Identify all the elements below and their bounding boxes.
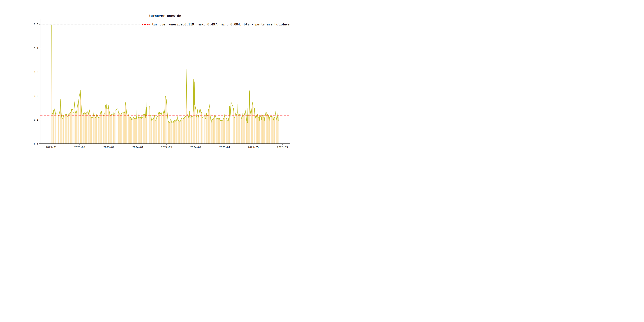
legend: turnover_oneside:0.119, max: 0.497, min:…	[140, 21, 290, 28]
legend-dashed-line-icon	[142, 24, 150, 25]
bar	[201, 114, 201, 144]
bar	[70, 114, 70, 144]
bar	[133, 119, 133, 144]
bar	[271, 116, 272, 144]
bar	[94, 116, 95, 144]
bar	[265, 118, 265, 144]
bar	[95, 116, 95, 144]
bar	[253, 106, 253, 144]
y-tick-label: 0.5	[34, 23, 38, 26]
bar	[198, 114, 198, 144]
holiday-aware-bars	[52, 25, 278, 144]
bar	[276, 118, 276, 144]
bar	[276, 119, 277, 144]
bar	[175, 122, 175, 144]
bar	[68, 116, 68, 144]
bar	[241, 118, 242, 144]
bar	[162, 112, 162, 144]
bar	[243, 116, 243, 144]
bar	[196, 114, 196, 144]
bar	[214, 119, 214, 144]
bar	[162, 116, 163, 144]
bar	[144, 114, 144, 144]
bar	[176, 120, 177, 144]
bar	[221, 121, 222, 144]
bar	[109, 110, 109, 144]
bar	[240, 114, 240, 144]
bar	[82, 114, 82, 144]
bar	[141, 117, 142, 144]
bar	[145, 118, 146, 144]
bar	[111, 114, 112, 144]
bar	[110, 115, 111, 144]
bar	[142, 119, 142, 144]
bar	[130, 117, 130, 144]
bar	[239, 114, 240, 144]
bar	[75, 112, 76, 144]
bar	[114, 115, 114, 144]
bar	[93, 118, 93, 144]
bar	[95, 118, 95, 144]
bar	[124, 113, 124, 144]
bar	[215, 114, 215, 144]
bar	[188, 118, 188, 144]
bar	[142, 119, 142, 144]
bar	[175, 121, 176, 144]
bar	[168, 122, 168, 144]
bar	[258, 116, 258, 144]
bar	[67, 115, 67, 144]
bar	[266, 112, 266, 144]
bar	[105, 111, 105, 144]
bar	[124, 113, 125, 144]
bar	[168, 120, 168, 144]
bar	[131, 118, 131, 144]
bar	[219, 118, 220, 144]
bar	[135, 119, 136, 144]
bar	[97, 115, 98, 144]
bar	[69, 113, 69, 144]
bar	[234, 118, 234, 144]
bar	[185, 118, 185, 144]
bar	[112, 115, 112, 144]
bar	[241, 116, 241, 144]
bar	[251, 114, 251, 144]
bar	[104, 114, 104, 144]
bar	[226, 118, 227, 144]
bar	[156, 120, 156, 144]
bar	[184, 119, 184, 144]
bar	[87, 112, 87, 144]
bar	[264, 117, 264, 144]
bar	[54, 110, 54, 144]
bar	[90, 110, 90, 144]
bar	[70, 112, 70, 144]
bar	[216, 118, 216, 144]
x-tick-label: 2025-01	[219, 146, 230, 149]
bar	[274, 118, 274, 144]
bar	[245, 115, 245, 144]
bar	[152, 120, 152, 144]
bar	[132, 119, 132, 144]
bar	[53, 114, 54, 144]
bar	[106, 108, 106, 144]
bar	[210, 116, 210, 144]
bar	[130, 118, 130, 144]
bar	[191, 116, 191, 144]
bar	[258, 117, 258, 144]
bar	[260, 116, 260, 144]
bar	[251, 110, 251, 144]
bar	[100, 118, 100, 144]
bar	[110, 117, 110, 144]
bar	[277, 120, 277, 144]
bar	[139, 119, 139, 144]
bar	[261, 117, 262, 144]
bar	[244, 114, 245, 144]
bar	[86, 113, 86, 144]
bar	[120, 115, 120, 144]
bar	[250, 115, 250, 144]
bar	[108, 108, 108, 144]
bar	[238, 116, 238, 144]
bar	[272, 117, 272, 144]
bar	[100, 117, 100, 144]
bar	[208, 116, 208, 144]
bar	[52, 112, 52, 144]
